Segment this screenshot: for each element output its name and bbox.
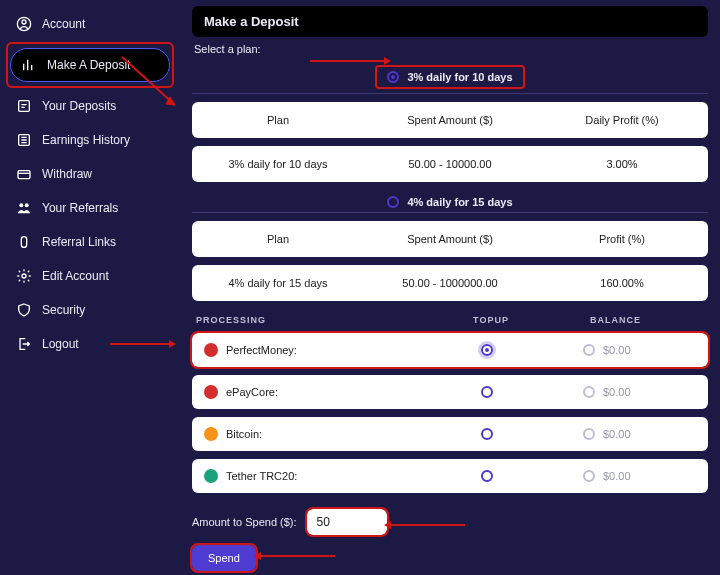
sidebar-item-your-referrals[interactable]: Your Referrals (6, 192, 174, 224)
radio-icon (387, 71, 399, 83)
amount-input[interactable] (307, 509, 387, 535)
amount-label: Amount to Spend ($): (192, 516, 297, 528)
plan-select-1[interactable]: 3% daily for 10 days (192, 61, 708, 94)
user-circle-icon (16, 16, 32, 32)
sidebar-item-label: Referral Links (42, 235, 116, 249)
radio-icon (387, 196, 399, 208)
sidebar-item-withdraw[interactable]: Withdraw (6, 158, 174, 190)
col-profit: Daily Profit (%) (536, 114, 708, 126)
bitcoin-icon (204, 427, 218, 441)
tether-icon (204, 469, 218, 483)
processor-perfectmoney[interactable]: PerfectMoney: $0.00 (192, 333, 708, 367)
plan-select-2[interactable]: 4% daily for 15 days (192, 192, 708, 213)
page-title: Make a Deposit (192, 6, 708, 37)
svg-point-8 (22, 274, 26, 278)
sidebar-item-label: Security (42, 303, 85, 317)
sidebar-item-referral-links[interactable]: Referral Links (6, 226, 174, 258)
annotation-arrow (390, 524, 465, 526)
annotation-highlight-spend: Spend (192, 545, 256, 571)
sidebar-item-security[interactable]: Security (6, 294, 174, 326)
annotation-arrow (120, 55, 180, 115)
amount-row: Amount to Spend ($): (192, 509, 708, 535)
annotation-arrow (260, 555, 335, 557)
processor-headers: PROCESSING TOPUP BALANCE (192, 315, 708, 325)
plan-header-row: Plan Spent Amount ($) Daily Profit (%) (192, 102, 708, 138)
svg-point-1 (22, 20, 26, 24)
sidebar-item-label: Your Referrals (42, 201, 118, 215)
radio-icon[interactable] (583, 386, 595, 398)
sidebar-item-edit-account[interactable]: Edit Account (6, 260, 174, 292)
header-topup: TOPUP (432, 315, 550, 325)
history-icon (16, 132, 32, 148)
processor-epaycore[interactable]: ePayCore: $0.00 (192, 375, 708, 409)
cell-plan: 3% daily for 10 days (192, 158, 364, 170)
radio-icon[interactable] (583, 344, 595, 356)
header-processing: PROCESSING (192, 315, 432, 325)
sidebar-item-label: Logout (42, 337, 79, 351)
plan-select-label: 3% daily for 10 days (407, 71, 512, 83)
processor-bitcoin[interactable]: Bitcoin: $0.00 (192, 417, 708, 451)
processor-balance: $0.00 (603, 470, 631, 482)
processor-name: ePayCore: (226, 386, 278, 398)
annotation-arrow (110, 343, 170, 345)
plan-block-1: 3% daily for 10 days Plan Spent Amount (… (192, 61, 708, 182)
sidebar-item-account[interactable]: Account (6, 8, 174, 40)
header-balance: BALANCE (550, 315, 708, 325)
radio-icon[interactable] (481, 344, 493, 356)
svg-point-5 (19, 203, 23, 207)
link-icon (16, 234, 32, 250)
svg-rect-4 (18, 171, 30, 179)
processor-balance: $0.00 (603, 428, 631, 440)
main-content: Make a Deposit Select a plan: 3% daily f… (180, 0, 720, 575)
withdraw-icon (16, 166, 32, 182)
radio-icon[interactable] (583, 428, 595, 440)
col-plan: Plan (192, 114, 364, 126)
cell-profit: 160.00% (536, 277, 708, 289)
sidebar-item-label: Earnings History (42, 133, 130, 147)
deposits-icon (16, 98, 32, 114)
spend-button[interactable]: Spend (192, 545, 256, 571)
gear-icon (16, 268, 32, 284)
processor-balance: $0.00 (603, 386, 631, 398)
shield-icon (16, 302, 32, 318)
svg-point-6 (25, 203, 29, 207)
plan-data-row: 3% daily for 10 days 50.00 - 10000.00 3.… (192, 146, 708, 182)
processor-balance: $0.00 (603, 344, 631, 356)
processor-name: Bitcoin: (226, 428, 262, 440)
svg-rect-7 (21, 237, 26, 248)
radio-icon[interactable] (481, 428, 493, 440)
col-spent: Spent Amount ($) (364, 114, 536, 126)
processor-name: PerfectMoney: (226, 344, 297, 356)
sidebar-item-earnings-history[interactable]: Earnings History (6, 124, 174, 156)
col-plan: Plan (192, 233, 364, 245)
plan-block-2: 4% daily for 15 days Plan Spent Amount (… (192, 192, 708, 301)
radio-icon[interactable] (583, 470, 595, 482)
radio-icon[interactable] (481, 386, 493, 398)
col-spent: Spent Amount ($) (364, 233, 536, 245)
sidebar-item-label: Edit Account (42, 269, 109, 283)
cell-profit: 3.00% (536, 158, 708, 170)
radio-icon[interactable] (481, 470, 493, 482)
page-subtitle: Select a plan: (194, 43, 706, 55)
cell-spent: 50.00 - 10000.00 (364, 158, 536, 170)
referrals-icon (16, 200, 32, 216)
sidebar-item-label: Withdraw (42, 167, 92, 181)
plan-select-label: 4% daily for 15 days (407, 196, 512, 208)
chart-icon (21, 57, 37, 73)
col-profit: Profit (%) (536, 233, 708, 245)
processor-tether-trc20[interactable]: Tether TRC20: $0.00 (192, 459, 708, 493)
svg-rect-2 (19, 101, 30, 112)
perfectmoney-icon (204, 343, 218, 357)
processor-name: Tether TRC20: (226, 470, 297, 482)
logout-icon (16, 336, 32, 352)
sidebar-item-label: Account (42, 17, 85, 31)
cell-plan: 4% daily for 15 days (192, 277, 364, 289)
plan-header-row: Plan Spent Amount ($) Profit (%) (192, 221, 708, 257)
sidebar-item-label: Make A Deposit (47, 58, 130, 72)
epaycore-icon (204, 385, 218, 399)
annotation-arrow (310, 60, 385, 62)
cell-spent: 50.00 - 1000000.00 (364, 277, 536, 289)
plan-data-row: 4% daily for 15 days 50.00 - 1000000.00 … (192, 265, 708, 301)
sidebar-item-label: Your Deposits (42, 99, 116, 113)
